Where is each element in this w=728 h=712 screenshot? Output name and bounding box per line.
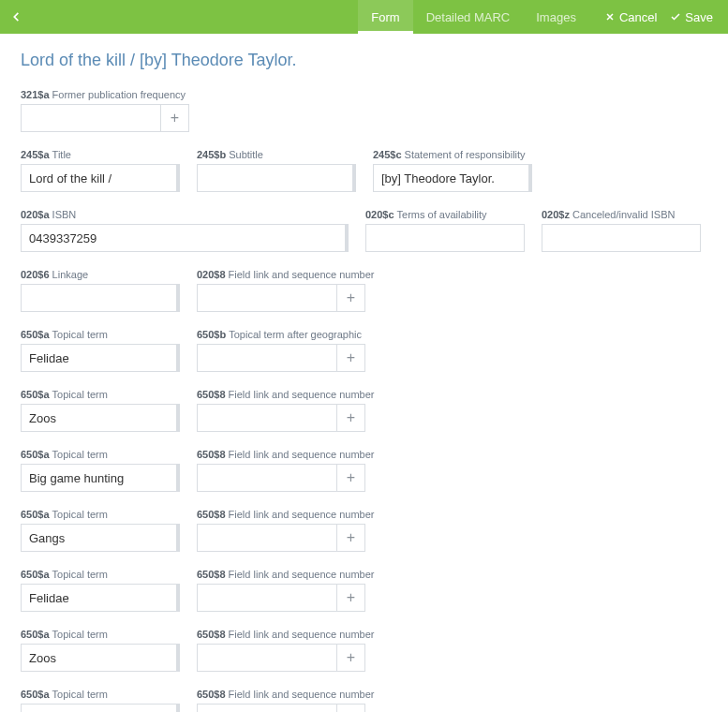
check-icon (670, 11, 681, 22)
field-topical-term: 650$aTopical term (21, 389, 180, 432)
field-linkage: 020$6Linkage (21, 269, 180, 312)
page-title: Lord of the kill / [by] Theodore Taylor. (21, 51, 707, 70)
field-topical-term-secondary: 650$8Field link and sequence number+ (197, 449, 375, 492)
tab-form[interactable]: Form (358, 0, 412, 34)
input-650b-5[interactable] (197, 644, 337, 672)
field-isbn: 020$aISBN (21, 209, 349, 252)
input-650a-4[interactable] (21, 584, 180, 612)
add-650-6-button[interactable]: + (337, 704, 365, 712)
field-topical-term: 650$aTopical term (21, 449, 180, 492)
field-topical-term: 650$aTopical term (21, 329, 180, 372)
field-topical-term: 650$aTopical term (21, 509, 180, 552)
input-650a-0[interactable] (21, 344, 180, 372)
input-245a[interactable] (21, 164, 180, 192)
input-650a-6[interactable] (21, 704, 180, 712)
field-statement-responsibility: 245$cStatement of responsibility (373, 149, 532, 192)
input-020c[interactable] (365, 224, 525, 252)
input-650b-1[interactable] (197, 404, 337, 432)
field-topical-term: 650$aTopical term (21, 569, 180, 612)
back-button[interactable] (0, 0, 32, 34)
input-245c[interactable] (373, 164, 532, 192)
field-topical-term-secondary: 650$8Field link and sequence number+ (197, 629, 375, 672)
input-650b-4[interactable] (197, 584, 337, 612)
topbar: Form Detailed MARC Images Cancel Save (0, 0, 728, 34)
input-020a[interactable] (21, 224, 349, 252)
tab-detailed-marc[interactable]: Detailed MARC (413, 0, 524, 34)
add-321a-button[interactable]: + (161, 104, 189, 132)
add-0208-button[interactable]: + (337, 284, 365, 312)
input-650b-2[interactable] (197, 464, 337, 492)
input-0206[interactable] (21, 284, 180, 312)
field-title: 245$aTitle (21, 149, 180, 192)
field-topical-term-secondary: 650$8Field link and sequence number+ (197, 569, 375, 612)
input-650b-6[interactable] (197, 704, 337, 712)
field-topical-term-secondary: 650$8Field link and sequence number+ (197, 389, 375, 432)
field-canceled-isbn: 020$zCanceled/invalid ISBN (542, 209, 701, 252)
input-650a-5[interactable] (21, 644, 180, 672)
add-650-0-button[interactable]: + (337, 344, 365, 372)
field-topical-term-secondary: 650$8Field link and sequence number+ (197, 509, 375, 552)
input-245b[interactable] (197, 164, 356, 192)
input-650b-3[interactable] (197, 524, 337, 552)
content-area: Lord of the kill / [by] Theodore Taylor.… (0, 34, 728, 712)
add-650-4-button[interactable]: + (337, 584, 365, 612)
field-terms-availability: 020$cTerms of availability (365, 209, 525, 252)
input-0208[interactable] (197, 284, 337, 312)
add-650-2-button[interactable]: + (337, 464, 365, 492)
input-650a-2[interactable] (21, 464, 180, 492)
input-020z[interactable] (542, 224, 701, 252)
input-321a[interactable] (21, 104, 161, 132)
input-650a-3[interactable] (21, 524, 180, 552)
field-field-link-seq-020: 020$8Field link and sequence number + (197, 269, 375, 312)
field-topical-term-secondary: 650$8Field link and sequence number+ (197, 689, 375, 712)
topbar-tabs: Form Detailed MARC Images (358, 0, 589, 34)
add-650-1-button[interactable]: + (337, 404, 365, 432)
cancel-button[interactable]: Cancel (604, 10, 657, 24)
field-topical-term: 650$aTopical term (21, 689, 180, 712)
save-button[interactable]: Save (670, 10, 713, 24)
field-former-pub-freq: 321$aFormer publication frequency + (21, 89, 189, 132)
field-subtitle: 245$bSubtitle (197, 149, 356, 192)
input-650b-0[interactable] (197, 344, 337, 372)
add-650-3-button[interactable]: + (337, 524, 365, 552)
field-topical-term-secondary: 650$bTopical term after geographic+ (197, 329, 365, 372)
add-650-5-button[interactable]: + (337, 644, 365, 672)
input-650a-1[interactable] (21, 404, 180, 432)
close-icon (604, 11, 616, 22)
tab-images[interactable]: Images (523, 0, 589, 34)
chevron-left-icon (9, 10, 22, 23)
field-topical-term: 650$aTopical term (21, 629, 180, 672)
